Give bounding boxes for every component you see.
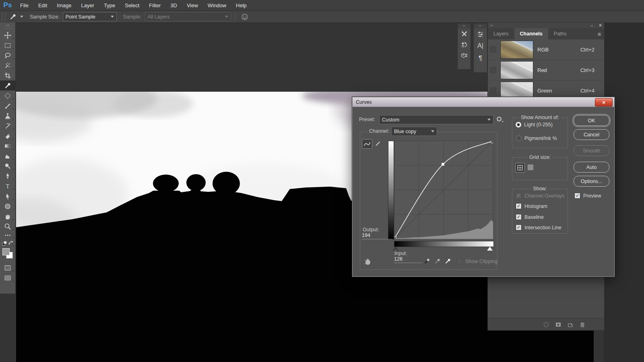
zoom-tool[interactable] <box>0 221 15 231</box>
load-selection-icon[interactable] <box>543 321 549 328</box>
smiley-icon[interactable] <box>241 13 248 21</box>
edit-toolbar-button[interactable] <box>0 231 15 239</box>
light-radio-row[interactable]: Light (0-255) <box>516 122 553 128</box>
menu-window[interactable]: Window <box>203 0 231 10</box>
channel-row-red[interactable]: Red Ctrl+3 <box>488 60 604 80</box>
preset-dropdown[interactable]: Custom <box>379 115 493 124</box>
panel-collapse-arrows[interactable]: ›› <box>474 23 487 29</box>
menu-3d[interactable]: 3D <box>165 0 182 10</box>
panel-collapse-arrows[interactable]: ›› <box>458 23 471 29</box>
menu-filter[interactable]: Filter <box>144 0 165 10</box>
channel-thumbnail[interactable] <box>500 41 533 59</box>
baseline-row[interactable]: ✓ Baseline <box>516 214 544 220</box>
visibility-toggle[interactable] <box>490 46 496 53</box>
pigment-radio-row[interactable]: Pigment/Ink % <box>516 136 557 141</box>
menu-image[interactable]: Image <box>52 0 76 10</box>
rectangular-marquee-tool[interactable] <box>0 40 15 50</box>
color-swatches[interactable] <box>2 248 13 259</box>
visibility-toggle[interactable] <box>490 67 496 73</box>
menu-select[interactable]: Select <box>120 0 144 10</box>
black-point-eyedropper[interactable] <box>423 257 431 265</box>
baseline-checkbox[interactable]: ✓ <box>516 214 522 220</box>
pigment-radio[interactable] <box>516 136 522 141</box>
eyedropper-tool[interactable] <box>0 80 15 90</box>
brush-tool[interactable] <box>0 101 15 111</box>
preview-row[interactable]: ✓ Preview <box>574 193 601 199</box>
dock-close-icon[interactable]: × <box>599 23 602 28</box>
targeted-adjustment-hand-icon[interactable] <box>363 257 372 266</box>
dialog-close-button[interactable]: × <box>595 98 613 107</box>
gradient-tool[interactable] <box>0 141 15 151</box>
dock-expand-arrows[interactable]: ›› <box>490 23 493 27</box>
menu-file[interactable]: File <box>15 0 33 10</box>
quick-mask-mode-button[interactable] <box>0 263 15 273</box>
smudge-tool[interactable] <box>0 151 15 161</box>
ellipse-tool[interactable] <box>0 201 15 211</box>
preview-checkbox[interactable]: ✓ <box>574 193 580 199</box>
quick-selection-tool[interactable] <box>0 60 15 70</box>
fine-grid-button[interactable] <box>526 163 535 172</box>
curve-plot[interactable] <box>394 141 493 239</box>
toolbar-grip[interactable] <box>4 28 11 29</box>
light-radio[interactable] <box>516 122 521 128</box>
menu-edit[interactable]: Edit <box>33 0 52 10</box>
foreground-color-swatch[interactable] <box>2 248 10 255</box>
dodge-tool[interactable] <box>0 161 15 171</box>
history-panel-button[interactable] <box>458 39 471 50</box>
output-value-field[interactable]: 194 <box>362 232 393 239</box>
coarse-grid-button[interactable] <box>515 163 525 173</box>
delete-channel-icon[interactable] <box>579 321 586 328</box>
brush-settings-panel-button[interactable] <box>474 29 487 39</box>
dock-collapse-arrows[interactable]: ‹‹ <box>590 24 593 28</box>
tab-paths[interactable]: Paths <box>548 28 572 39</box>
options-button[interactable]: Options... <box>574 176 609 187</box>
intersection-line-checkbox[interactable]: ✓ <box>516 224 522 230</box>
menu-layer[interactable]: Layer <box>76 0 99 10</box>
tool-presets-panel-button[interactable] <box>458 29 471 39</box>
pen-tool[interactable] <box>0 171 15 181</box>
options-bar-grip[interactable] <box>2 13 6 21</box>
channel-thumbnail[interactable] <box>500 61 533 79</box>
screen-mode-button[interactable] <box>0 273 15 283</box>
menu-type[interactable]: Type <box>99 0 120 10</box>
cancel-button[interactable]: Cancel <box>574 129 609 140</box>
clone-stamp-tool[interactable] <box>0 111 15 121</box>
edit-points-mode-button[interactable] <box>362 139 372 149</box>
gray-point-eyedropper[interactable] <box>434 257 441 265</box>
move-tool[interactable] <box>0 30 15 40</box>
sample-size-dropdown[interactable]: Point Sample <box>63 12 117 21</box>
menu-help[interactable]: Help <box>231 0 252 10</box>
panel-menu-icon[interactable]: ≡ <box>598 31 601 37</box>
dialog-title-bar[interactable]: Curves × <box>353 97 614 107</box>
preset-options-gear-icon[interactable] <box>496 116 504 123</box>
default-and-swap-colors[interactable] <box>0 239 15 247</box>
crop-tool[interactable] <box>0 70 15 80</box>
menu-view[interactable]: View <box>182 0 203 10</box>
tab-channels[interactable]: Channels <box>514 28 548 39</box>
hand-tool[interactable] <box>0 211 15 221</box>
input-value-field[interactable]: 126 <box>394 256 422 263</box>
paragraph-panel-button[interactable]: ¶ <box>474 52 487 64</box>
lasso-tool[interactable] <box>0 50 15 60</box>
tool-preset-button[interactable] <box>9 13 23 21</box>
channel-dropdown[interactable]: Blue copy <box>391 127 437 136</box>
type-tool[interactable]: T <box>0 181 15 191</box>
3d-panel-button[interactable] <box>458 50 471 61</box>
tab-layers[interactable]: Layers <box>488 28 514 39</box>
new-channel-icon[interactable] <box>567 321 574 328</box>
save-selection-as-channel-icon[interactable] <box>555 321 561 328</box>
intersection-line-row[interactable]: ✓ Intersection Line <box>516 224 561 230</box>
histogram-row[interactable]: ✓ Histogram <box>516 203 547 209</box>
eraser-tool[interactable] <box>0 131 15 141</box>
healing-brush-tool[interactable] <box>0 90 15 101</box>
draw-curve-pencil-button[interactable] <box>373 139 383 148</box>
character-panel-button[interactable]: A| <box>474 39 487 52</box>
histogram-checkbox[interactable]: ✓ <box>516 203 522 209</box>
channel-row-rgb[interactable]: RGB Ctrl+2 <box>488 39 604 60</box>
white-point-slider[interactable] <box>487 247 493 251</box>
ok-button[interactable]: OK <box>574 115 609 126</box>
visibility-toggle[interactable] <box>490 87 496 94</box>
path-selection-tool[interactable] <box>0 191 15 201</box>
white-point-eyedropper[interactable] <box>444 257 452 265</box>
history-brush-tool[interactable] <box>0 121 15 131</box>
